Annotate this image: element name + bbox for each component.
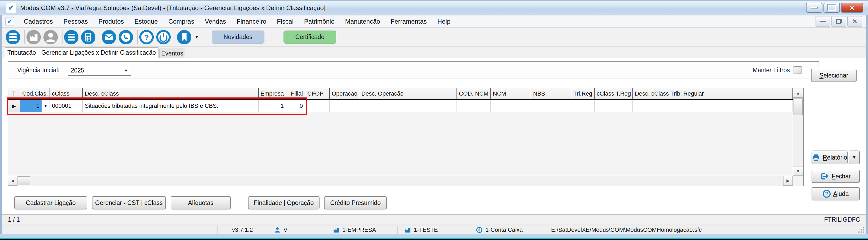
cell-desc-cclass[interactable]: Situações tributadas integralmente pelo …	[83, 100, 258, 112]
cadastrar-ligacao-button[interactable]: Cadastrar Ligação	[14, 196, 87, 210]
scroll-up-button[interactable]: ▲	[793, 88, 803, 98]
status-divider	[326, 226, 326, 234]
cell-cclass[interactable]: 000001	[50, 100, 83, 112]
gerenciar-cst-cclass-button[interactable]: Gerenciar - CST | cClass	[92, 196, 166, 210]
svg-text:?: ?	[144, 33, 149, 42]
cell-cod-ncm[interactable]	[457, 100, 491, 112]
menu-fiscal[interactable]: Fiscal	[272, 16, 299, 27]
table-row[interactable]: ▶ 1 ▼ 000001 Situações tributadas integr…	[8, 100, 793, 112]
col-header-desc-operacao[interactable]: Desc. Operação	[359, 88, 457, 99]
menu-financeiro[interactable]: Financeiro	[231, 16, 272, 27]
menu-patrimonio[interactable]: Patrimônio	[299, 16, 340, 27]
main-statusbar: v3.7.1.2 V 1-EMPRESA 1-TESTE $ 1-Conta C…	[2, 225, 866, 234]
cell-operacao[interactable]	[330, 100, 359, 112]
col-header-cfop[interactable]: CFOP	[305, 88, 330, 99]
finalidade-operacao-button[interactable]: Finalidade | Operação	[248, 196, 319, 210]
fechar-button[interactable]: Fechar	[812, 170, 860, 183]
vigencia-inicial-combobox[interactable]: 2025 ▼	[68, 65, 131, 76]
bookmark-button[interactable]	[177, 29, 194, 46]
cell-cclass-treg[interactable]	[595, 100, 633, 112]
titlebar[interactable]: ✔ Modus COM v3.7 - ViaRegra Soluções (Sa…	[0, 0, 868, 16]
cell-desc-cclass-trib[interactable]	[633, 100, 793, 112]
menu-estoque[interactable]: Estoque	[129, 16, 163, 27]
app-screen: ✔ Modus COM v3.7 - ViaRegra Soluções (Sa…	[0, 0, 868, 240]
child-statusbar: 1 / 1 FTRILIGDFC	[2, 214, 866, 224]
toolbar-separator	[100, 30, 100, 44]
cell-filial[interactable]: 0	[286, 100, 305, 112]
cell-cod-clas[interactable]: 1 ▼	[20, 100, 50, 112]
mdi-minimize-button[interactable]	[815, 16, 830, 27]
menu-vendas[interactable]: Vendas	[199, 16, 231, 27]
mdi-restore-button[interactable]	[831, 16, 846, 27]
col-header-cclass-treg[interactable]: cClass T.Reg	[595, 88, 633, 99]
col-header-desc-cclass[interactable]: Desc. cClass	[83, 88, 258, 99]
credito-presumido-button[interactable]: Crédito Presumido	[324, 196, 387, 210]
tab-tributacao-gerenciar-ligacoes[interactable]: Tributação - Gerenciar Ligações x Defini…	[5, 47, 158, 58]
cell-cfop[interactable]	[305, 100, 330, 112]
list-button[interactable]	[64, 29, 81, 46]
menu-produtos[interactable]: Produtos	[93, 16, 129, 27]
vertical-scroll-thumb[interactable]	[794, 98, 803, 115]
scroll-left-button[interactable]: ◀	[8, 176, 18, 186]
col-header-cod-clas[interactable]: Cod.Clas.	[20, 88, 50, 99]
menu-help[interactable]: Help	[432, 16, 456, 27]
status-divider	[546, 226, 546, 234]
cell-nbs[interactable]	[531, 100, 571, 112]
col-header-tri-reg[interactable]: Tri.Reg	[571, 88, 595, 99]
manter-filtros-checkbox[interactable]	[794, 66, 802, 74]
close-button[interactable]: ×	[841, 3, 863, 13]
mail-button[interactable]	[102, 29, 119, 46]
col-header-desc-cclass-trib[interactable]: Desc. cClass Trib. Regular	[633, 88, 793, 99]
mail-icon	[101, 29, 117, 45]
whatsapp-button[interactable]	[119, 29, 136, 46]
menu-manutencao[interactable]: Manutenção	[340, 16, 385, 27]
col-header-nbs[interactable]: NBS	[531, 88, 571, 99]
col-header-t[interactable]: T	[8, 88, 20, 99]
power-button[interactable]	[156, 29, 173, 46]
resize-grip[interactable]	[859, 227, 864, 233]
col-header-filial[interactable]: Filial	[286, 88, 305, 99]
company-icon	[404, 226, 411, 233]
cell-dropdown-icon[interactable]: ▼	[41, 100, 50, 112]
company-button[interactable]	[27, 29, 43, 46]
relatorio-button[interactable]: Relatório	[812, 151, 847, 164]
col-header-cod-ncm[interactable]: COD. NCM	[457, 88, 491, 99]
col-header-cclass[interactable]: cClass	[50, 88, 83, 99]
mdi-close-button[interactable]: ×	[847, 16, 862, 27]
selecionar-button[interactable]: Selecionar	[811, 69, 857, 82]
grid-horizontal-scrollbar[interactable]: ◀ ▶	[8, 176, 793, 186]
tab-eventos[interactable]: Eventos	[159, 49, 185, 58]
minimize-button[interactable]	[806, 3, 823, 13]
cell-tri-reg[interactable]	[571, 100, 595, 112]
menu-cadastros[interactable]: Cadastros	[19, 16, 58, 27]
main-menu-button[interactable]	[6, 29, 23, 46]
cell-ncm[interactable]	[491, 100, 531, 112]
ajuda-button[interactable]: ? Ajuda	[812, 187, 860, 201]
scroll-right-button[interactable]: ▶	[783, 176, 793, 186]
col-header-empresa[interactable]: Empresa	[258, 88, 286, 99]
user-button[interactable]	[43, 29, 60, 46]
aliquotas-button[interactable]: Alíquotas	[170, 196, 231, 210]
menu-pessoas[interactable]: Pessoas	[58, 16, 93, 27]
toolbar-separator	[62, 30, 63, 44]
col-header-operacao[interactable]: Operacao	[330, 88, 359, 99]
certificado-button[interactable]: Certificado	[283, 30, 337, 44]
scroll-down-button[interactable]: ▼	[793, 166, 803, 176]
minimize-icon	[811, 7, 818, 9]
cell-empresa[interactable]: 1	[258, 100, 286, 112]
novidades-button[interactable]: Novidades	[212, 30, 265, 44]
relatorio-dropdown-button[interactable]: ▼	[849, 151, 860, 164]
maximize-button[interactable]	[824, 3, 840, 13]
menu-compras[interactable]: Compras	[163, 16, 199, 27]
grid-vertical-scrollbar[interactable]: ▲ ▼	[793, 88, 803, 176]
cell-desc-operacao[interactable]	[359, 100, 457, 112]
help-button[interactable]: ?	[140, 29, 156, 46]
calculator-button[interactable]	[81, 29, 98, 46]
classification-grid[interactable]: T Cod.Clas. cClass Desc. cClass Empresa …	[8, 88, 804, 186]
bookmark-dropdown-arrow[interactable]: ▼	[194, 34, 199, 40]
chevron-down-icon: ▼	[852, 155, 856, 160]
screen-edge	[0, 239, 868, 240]
col-header-ncm[interactable]: NCM	[491, 88, 531, 99]
horizontal-scroll-thumb[interactable]	[18, 176, 30, 185]
menu-ferramentas[interactable]: Ferramentas	[385, 16, 432, 27]
